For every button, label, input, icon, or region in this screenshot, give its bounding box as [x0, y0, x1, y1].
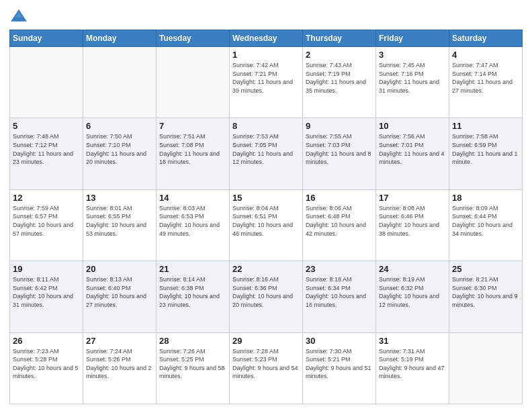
calendar-cell: 27Sunrise: 7:24 AM Sunset: 5:26 PM Dayli…: [83, 332, 157, 404]
day-number: 18: [452, 193, 519, 203]
day-number: 28: [159, 336, 226, 346]
day-number: 3: [379, 50, 446, 60]
calendar-cell: 8Sunrise: 7:53 AM Sunset: 7:05 PM Daylig…: [230, 118, 303, 189]
day-number: 27: [86, 336, 153, 346]
week-row-5: 26Sunrise: 7:23 AM Sunset: 5:28 PM Dayli…: [10, 332, 523, 404]
day-info: Sunrise: 8:11 AM Sunset: 6:42 PM Dayligh…: [13, 275, 80, 309]
day-number: 21: [159, 264, 226, 274]
day-info: Sunrise: 7:23 AM Sunset: 5:28 PM Dayligh…: [13, 347, 80, 381]
day-info: Sunrise: 7:55 AM Sunset: 7:03 PM Dayligh…: [306, 132, 373, 166]
header-wednesday: Wednesday: [230, 30, 303, 47]
calendar-cell: 21Sunrise: 8:14 AM Sunset: 6:38 PM Dayli…: [157, 261, 230, 332]
day-number: 15: [232, 193, 300, 203]
calendar-cell: 1Sunrise: 7:42 AM Sunset: 7:21 PM Daylig…: [230, 47, 303, 118]
calendar-cell: 14Sunrise: 8:03 AM Sunset: 6:53 PM Dayli…: [157, 189, 230, 261]
calendar-cell: 17Sunrise: 8:08 AM Sunset: 6:46 PM Dayli…: [376, 189, 449, 261]
page: SundayMondayTuesdayWednesdayThursdayFrid…: [0, 0, 532, 411]
calendar-cell: 5Sunrise: 7:48 AM Sunset: 7:12 PM Daylig…: [10, 118, 83, 189]
calendar-cell: 19Sunrise: 8:11 AM Sunset: 6:42 PM Dayli…: [10, 261, 83, 332]
day-number: 16: [306, 193, 373, 203]
calendar-cell: 2Sunrise: 7:43 AM Sunset: 7:19 PM Daylig…: [303, 47, 376, 118]
week-row-2: 5Sunrise: 7:48 AM Sunset: 7:12 PM Daylig…: [10, 118, 523, 189]
day-info: Sunrise: 7:58 AM Sunset: 6:59 PM Dayligh…: [452, 132, 519, 166]
day-number: 11: [452, 121, 519, 131]
calendar-cell: 9Sunrise: 7:55 AM Sunset: 7:03 PM Daylig…: [303, 118, 376, 189]
day-number: 23: [306, 264, 373, 274]
day-info: Sunrise: 7:42 AM Sunset: 7:21 PM Dayligh…: [232, 61, 300, 95]
svg-rect-2: [13, 17, 24, 21]
logo-icon: [9, 7, 28, 26]
header-thursday: Thursday: [303, 30, 376, 47]
day-info: Sunrise: 8:18 AM Sunset: 6:34 PM Dayligh…: [306, 275, 373, 309]
header-tuesday: Tuesday: [157, 30, 230, 47]
calendar-cell: 24Sunrise: 8:19 AM Sunset: 6:32 PM Dayli…: [376, 261, 449, 332]
day-info: Sunrise: 8:14 AM Sunset: 6:38 PM Dayligh…: [159, 275, 226, 309]
day-number: 13: [86, 193, 153, 203]
week-row-3: 12Sunrise: 7:59 AM Sunset: 6:57 PM Dayli…: [10, 189, 523, 261]
day-number: 7: [159, 121, 226, 131]
day-number: 24: [379, 264, 446, 274]
day-number: 17: [379, 193, 446, 203]
day-info: Sunrise: 7:24 AM Sunset: 5:26 PM Dayligh…: [86, 347, 153, 381]
day-info: Sunrise: 7:26 AM Sunset: 5:25 PM Dayligh…: [159, 347, 226, 381]
day-number: 25: [452, 264, 519, 274]
day-number: 4: [452, 50, 519, 60]
day-info: Sunrise: 8:19 AM Sunset: 6:32 PM Dayligh…: [379, 275, 446, 309]
logo: [9, 7, 31, 26]
calendar-cell: 12Sunrise: 7:59 AM Sunset: 6:57 PM Dayli…: [10, 189, 83, 261]
day-info: Sunrise: 8:06 AM Sunset: 6:48 PM Dayligh…: [306, 204, 373, 238]
calendar-cell: 10Sunrise: 7:56 AM Sunset: 7:01 PM Dayli…: [376, 118, 449, 189]
day-number: 19: [13, 264, 80, 274]
day-number: 1: [232, 50, 300, 60]
day-number: 30: [306, 336, 373, 346]
calendar-cell: 6Sunrise: 7:50 AM Sunset: 7:10 PM Daylig…: [83, 118, 157, 189]
day-info: Sunrise: 7:43 AM Sunset: 7:19 PM Dayligh…: [306, 61, 373, 95]
day-info: Sunrise: 8:13 AM Sunset: 6:40 PM Dayligh…: [86, 275, 153, 309]
calendar-cell: 28Sunrise: 7:26 AM Sunset: 5:25 PM Dayli…: [157, 332, 230, 404]
day-number: 14: [159, 193, 226, 203]
calendar-cell: 31Sunrise: 7:31 AM Sunset: 5:19 PM Dayli…: [376, 332, 449, 404]
week-row-1: 1Sunrise: 7:42 AM Sunset: 7:21 PM Daylig…: [10, 47, 523, 118]
calendar-cell: 11Sunrise: 7:58 AM Sunset: 6:59 PM Dayli…: [449, 118, 523, 189]
day-number: 29: [232, 336, 300, 346]
calendar-header-row: SundayMondayTuesdayWednesdayThursdayFrid…: [10, 30, 523, 47]
calendar-cell: [83, 47, 157, 118]
day-info: Sunrise: 7:59 AM Sunset: 6:57 PM Dayligh…: [13, 204, 80, 238]
day-number: 10: [379, 121, 446, 131]
day-number: 12: [13, 193, 80, 203]
day-info: Sunrise: 7:53 AM Sunset: 7:05 PM Dayligh…: [232, 132, 300, 166]
calendar-cell: 29Sunrise: 7:28 AM Sunset: 5:23 PM Dayli…: [230, 332, 303, 404]
day-number: 5: [13, 121, 80, 131]
calendar-cell: [449, 332, 523, 404]
day-number: 22: [232, 264, 300, 274]
header-friday: Friday: [376, 30, 449, 47]
header: [9, 7, 523, 26]
calendar-cell: 15Sunrise: 8:04 AM Sunset: 6:51 PM Dayli…: [230, 189, 303, 261]
calendar-table: SundayMondayTuesdayWednesdayThursdayFrid…: [9, 30, 523, 404]
calendar-cell: 25Sunrise: 8:21 AM Sunset: 6:30 PM Dayli…: [449, 261, 523, 332]
header-saturday: Saturday: [449, 30, 523, 47]
calendar-cell: 3Sunrise: 7:45 AM Sunset: 7:16 PM Daylig…: [376, 47, 449, 118]
day-number: 9: [306, 121, 373, 131]
calendar-cell: 7Sunrise: 7:51 AM Sunset: 7:08 PM Daylig…: [157, 118, 230, 189]
calendar-cell: 26Sunrise: 7:23 AM Sunset: 5:28 PM Dayli…: [10, 332, 83, 404]
day-number: 26: [13, 336, 80, 346]
calendar-cell: 13Sunrise: 8:01 AM Sunset: 6:55 PM Dayli…: [83, 189, 157, 261]
calendar-cell: 23Sunrise: 8:18 AM Sunset: 6:34 PM Dayli…: [303, 261, 376, 332]
calendar-cell: [157, 47, 230, 118]
header-sunday: Sunday: [10, 30, 83, 47]
day-info: Sunrise: 8:04 AM Sunset: 6:51 PM Dayligh…: [232, 204, 300, 238]
day-info: Sunrise: 8:08 AM Sunset: 6:46 PM Dayligh…: [379, 204, 446, 238]
day-info: Sunrise: 7:45 AM Sunset: 7:16 PM Dayligh…: [379, 61, 446, 95]
calendar-cell: 22Sunrise: 8:16 AM Sunset: 6:36 PM Dayli…: [230, 261, 303, 332]
calendar-cell: 30Sunrise: 7:30 AM Sunset: 5:21 PM Dayli…: [303, 332, 376, 404]
day-number: 2: [306, 50, 373, 60]
day-info: Sunrise: 7:48 AM Sunset: 7:12 PM Dayligh…: [13, 132, 80, 166]
day-info: Sunrise: 7:51 AM Sunset: 7:08 PM Dayligh…: [159, 132, 226, 166]
calendar-cell: 18Sunrise: 8:09 AM Sunset: 6:44 PM Dayli…: [449, 189, 523, 261]
day-info: Sunrise: 8:16 AM Sunset: 6:36 PM Dayligh…: [232, 275, 300, 309]
calendar-cell: 20Sunrise: 8:13 AM Sunset: 6:40 PM Dayli…: [83, 261, 157, 332]
calendar-cell: [10, 47, 83, 118]
day-info: Sunrise: 8:01 AM Sunset: 6:55 PM Dayligh…: [86, 204, 153, 238]
day-number: 6: [86, 121, 153, 131]
